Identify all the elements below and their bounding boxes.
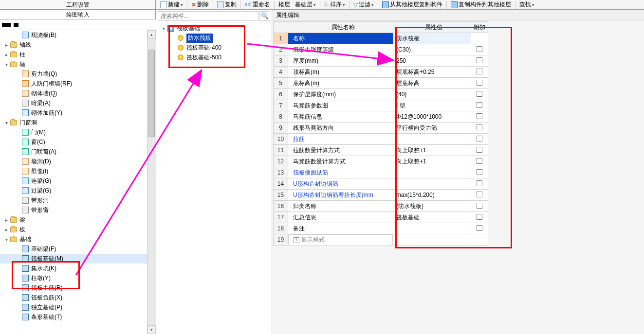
tree-jichuliang[interactable]: 基础梁(F) (0, 244, 156, 254)
checkbox-icon[interactable] (477, 46, 482, 52)
property-value-cell[interactable]: I 型 (393, 100, 471, 111)
table-row[interactable]: 6保护层厚度(mm)(40) (274, 89, 488, 100)
property-value-cell[interactable]: 筏板基础 (393, 212, 471, 223)
copy-to-floor-button[interactable]: 复制构件到其他楼层 (449, 0, 513, 9)
new-button[interactable]: 新建▾ (158, 0, 185, 9)
property-add-cell[interactable] (471, 123, 488, 134)
property-value-cell[interactable]: 防水筏板 (393, 33, 471, 44)
property-value-cell[interactable]: 250 (393, 55, 471, 67)
property-name-cell[interactable]: 名称 (288, 33, 393, 44)
property-add-cell[interactable] (471, 145, 488, 156)
scroll-down-button[interactable]: ▾ (147, 325, 156, 334)
property-add-cell[interactable] (471, 67, 488, 78)
floor-dropdown[interactable]: 楼层 (276, 0, 292, 9)
tree-jichu[interactable]: ▾基础 (0, 234, 156, 244)
property-name-cell[interactable]: 线形马凳筋方向 (288, 123, 393, 134)
property-value-cell[interactable]: 向上取整+1 (393, 156, 471, 167)
property-value-cell[interactable]: 向上取整+1 (393, 145, 471, 156)
property-name-cell[interactable]: 保护层厚度(mm) (288, 89, 393, 100)
property-add-cell[interactable] (471, 190, 488, 201)
property-value-cell[interactable]: Φ12@1000*1000 (393, 111, 471, 123)
property-add-cell[interactable] (471, 100, 488, 111)
property-value-cell[interactable] (393, 234, 471, 246)
property-name-cell[interactable]: 马凳筋数量计算方式 (288, 156, 393, 167)
tree-chuang[interactable]: 窗(C) (0, 137, 156, 147)
tree-daixingchuang[interactable]: 带形窗 (0, 205, 156, 215)
property-name-cell[interactable]: 马凳筋信息 (288, 111, 393, 123)
property-value-cell[interactable] (393, 223, 471, 234)
tree-ban[interactable]: ▸板 (0, 225, 156, 234)
checkbox-icon[interactable] (477, 124, 482, 130)
checkbox-icon[interactable] (477, 225, 482, 231)
property-value-cell[interactable] (393, 134, 471, 145)
property-name-cell[interactable]: 马凳筋参数图 (288, 100, 393, 111)
delete-button[interactable]: ✕删除 (189, 0, 211, 9)
property-name-cell[interactable]: 拉筋数量计算方式 (288, 145, 393, 156)
table-row[interactable]: 4顶标高(m)层底标高+0.25 (274, 67, 488, 78)
checkbox-icon[interactable] (477, 147, 482, 153)
property-add-cell[interactable] (471, 167, 488, 178)
tab-draw-input[interactable]: 绘图输入 (0, 10, 156, 19)
property-name-cell[interactable]: U形构造封边钢筋 (288, 178, 393, 190)
property-add-cell[interactable] (471, 111, 488, 123)
property-value-cell[interactable]: (C30) (393, 44, 471, 55)
tree-zhudun[interactable]: 柱墩(Y) (0, 273, 156, 283)
header-name[interactable]: 属性名称 (288, 22, 393, 33)
tab-project-settings[interactable]: 工程设置 (0, 0, 156, 9)
property-value-cell[interactable] (393, 178, 471, 190)
property-add-cell[interactable] (471, 234, 488, 246)
table-row[interactable]: 2混凝土强度等级(C30) (274, 44, 488, 55)
tree-qiangdong[interactable]: 墙洞(D) (0, 157, 156, 166)
property-add-cell[interactable] (471, 78, 488, 89)
property-add-cell[interactable] (471, 44, 488, 55)
property-name-cell[interactable]: 拉筋 (288, 134, 393, 145)
checkbox-icon[interactable] (477, 192, 482, 197)
checkbox-icon[interactable] (477, 214, 482, 220)
tree-tool-2[interactable] (14, 23, 18, 27)
checkbox-icon[interactable] (477, 203, 482, 209)
property-add-cell[interactable] (471, 223, 488, 234)
tree-qiang[interactable]: ▾墙 (0, 59, 156, 69)
property-name-cell[interactable]: 备注 (288, 223, 393, 234)
tree-liang[interactable]: ▸梁 (0, 215, 156, 225)
property-value-cell[interactable]: 层底标高+0.25 (393, 67, 471, 78)
property-grid[interactable]: 属性名称 属性值 附加 1名称防水筏板2混凝土强度等级(C30)3厚度(mm)2… (273, 21, 488, 246)
sort-button[interactable]: ẑ↓排序▾ (322, 0, 347, 9)
property-name-cell[interactable]: 顶标高(m) (288, 67, 393, 78)
mid-root[interactable]: ▾筏板基础 (157, 23, 271, 33)
expand-icon[interactable]: + (294, 237, 299, 243)
tree-fabanzhujin[interactable]: 筏板主筋(R) (0, 283, 156, 293)
tree-jianliqiang[interactable]: 剪力墙(Q) (0, 69, 156, 79)
table-row[interactable]: 12马凳筋数量计算方式向上取整+1 (274, 156, 488, 167)
table-row[interactable]: 7马凳筋参数图I 型 (274, 100, 488, 111)
property-add-cell[interactable] (471, 55, 488, 67)
table-row[interactable]: 5底标高(m)层底标高 (274, 78, 488, 89)
property-name-cell[interactable]: U形构造封边钢筋弯折长度(mm (288, 190, 393, 201)
tree-zhouxian[interactable]: ▸轴线 (0, 40, 156, 50)
property-add-cell[interactable] (471, 201, 488, 212)
copy-button[interactable]: 复制 (215, 0, 239, 9)
tree-daixingdong[interactable]: 带形洞 (0, 195, 156, 205)
tree-jishuikeng[interactable]: 集水坑(K) (0, 264, 156, 273)
tree-anliang[interactable]: 暗梁(A) (0, 98, 156, 108)
checkbox-icon[interactable] (477, 57, 482, 63)
checkbox-icon[interactable] (477, 113, 482, 119)
search-button[interactable]: 🔍 (259, 11, 270, 21)
tree-menlianchuang[interactable]: 门联窗(A) (0, 147, 156, 157)
tree-qitijiajin[interactable]: 砌体加筋(Y) (0, 108, 156, 118)
mid-item-fangshui[interactable]: 防水筏板 (157, 33, 271, 43)
mid-item-400[interactable]: 筏板基础-400 (157, 43, 271, 53)
component-instance-tree[interactable]: ▾筏板基础 防水筏板 筏板基础-400 筏板基础-500 (156, 22, 272, 63)
header-add[interactable]: 附加 (471, 22, 488, 33)
header-value[interactable]: 属性值 (393, 22, 471, 33)
checkbox-icon[interactable] (477, 169, 482, 175)
table-row[interactable]: 15U形构造封边钢筋弯折长度(mmmax(15*d,200) (274, 190, 488, 201)
property-name-cell[interactable]: +显示样式 (288, 234, 393, 246)
property-name-cell[interactable]: 汇总信息 (288, 212, 393, 223)
component-tree[interactable]: 现浇板(B) ▸轴线 ▸柱 ▾墙 剪力墙(Q) 人防门框墙(RF) 砌体墙(Q)… (0, 30, 156, 334)
property-name-cell[interactable]: 归类名称 (288, 201, 393, 212)
property-add-cell[interactable] (471, 212, 488, 223)
filter-button[interactable]: ▽过滤▾ (351, 0, 376, 9)
checkbox-icon[interactable] (477, 102, 482, 108)
tree-lianliang[interactable]: 连梁(G) (0, 176, 156, 186)
